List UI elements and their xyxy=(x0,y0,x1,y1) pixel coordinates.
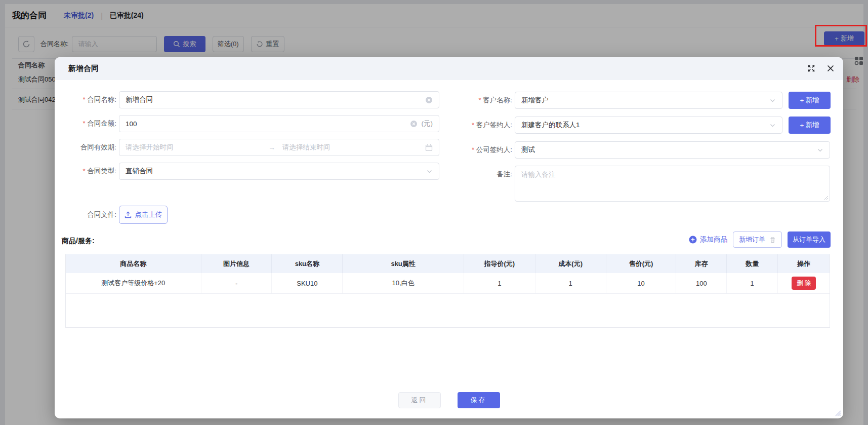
add-contract-dialog: 新增合同 合同名称: 新增合同 合同金额: 100 (元) 合同有效期: 请选择… xyxy=(55,57,843,418)
textarea-resize-handle[interactable] xyxy=(823,195,829,200)
contract-file-label: 合同文件: xyxy=(55,206,116,223)
date-range-separator: → xyxy=(268,144,275,151)
add-customer-button[interactable]: +新增 xyxy=(789,92,831,109)
chevron-down-icon xyxy=(769,97,776,104)
product-row: 测试客户等级价格+20 - SKU10 10,白色 1 1 10 100 1 删… xyxy=(66,273,830,294)
dialog-resize-handle[interactable] xyxy=(834,409,841,416)
save-button[interactable]: 保存 xyxy=(458,392,500,408)
customer-name-select[interactable]: 新增客户 xyxy=(515,92,782,109)
col-header: 商品名称 xyxy=(66,254,201,273)
close-icon[interactable] xyxy=(826,64,835,72)
trash-icon xyxy=(769,237,776,243)
col-header: 操作 xyxy=(778,254,830,273)
dialog-title: 新增合同 xyxy=(68,64,99,73)
contract-amount-input[interactable]: 100 (元) xyxy=(119,115,439,132)
contract-name-input[interactable]: 新增合同 xyxy=(119,91,439,108)
product-guide-price: 1 xyxy=(464,273,535,293)
back-button[interactable]: 返回 xyxy=(398,392,441,408)
customer-name-label: 客户名称: xyxy=(431,92,512,109)
product-stock: 100 xyxy=(676,273,727,293)
new-order-button[interactable]: 新增订单 xyxy=(733,231,782,248)
product-image: - xyxy=(201,273,272,293)
plus-circle-icon xyxy=(689,236,697,244)
product-action: 删除 xyxy=(778,273,830,293)
product-price: 10 xyxy=(606,273,677,293)
contract-name-label: 合同名称: xyxy=(55,91,116,108)
col-header: 指导价(元) xyxy=(464,254,535,273)
col-header: 售价(元) xyxy=(606,254,677,273)
col-header: 成本(元) xyxy=(535,254,606,273)
company-signer-label: 公司签约人: xyxy=(431,141,512,159)
delete-product-button[interactable]: 删除 xyxy=(792,277,816,290)
remark-label: 备注: xyxy=(431,166,512,183)
contract-amount-label: 合同金额: xyxy=(55,115,116,132)
col-header: sku名称 xyxy=(272,254,343,273)
contract-type-label: 合同类型: xyxy=(55,163,116,180)
remark-textarea[interactable]: 请输入备注 xyxy=(515,166,830,202)
import-order-button[interactable]: 从订单导入 xyxy=(788,231,831,248)
contract-period-picker[interactable]: 请选择开始时间 → 请选择结束时间 xyxy=(119,139,439,156)
company-signer-select[interactable]: 测试 xyxy=(515,141,830,159)
products-table-header: 商品名称 图片信息 sku名称 sku属性 指导价(元) 成本(元) 售价(元)… xyxy=(66,254,830,273)
fullscreen-icon[interactable] xyxy=(807,64,815,72)
customer-signer-select[interactable]: 新建客户的联系人1 xyxy=(515,117,782,134)
annotation-highlight xyxy=(815,25,867,47)
upload-button[interactable]: 点击上传 xyxy=(119,206,168,224)
col-header: 数量 xyxy=(727,254,778,273)
upload-icon xyxy=(125,211,132,218)
customer-signer-label: 客户签约人: xyxy=(431,117,512,134)
chevron-down-icon xyxy=(769,122,776,129)
col-header: 图片信息 xyxy=(201,254,272,273)
dialog-header: 新增合同 xyxy=(55,57,843,80)
start-date-input[interactable]: 请选择开始时间 xyxy=(126,143,268,152)
product-sku-attr: 10,白色 xyxy=(343,273,464,293)
clear-icon[interactable] xyxy=(410,120,418,128)
add-product-button[interactable]: 添加商品 xyxy=(689,235,727,244)
contract-type-select[interactable]: 直销合同 xyxy=(119,163,439,180)
product-cost: 1 xyxy=(535,273,606,293)
end-date-input[interactable]: 请选择结束时间 xyxy=(282,143,425,152)
col-header: 库存 xyxy=(676,254,727,273)
add-signer-button[interactable]: +新增 xyxy=(789,117,831,134)
product-qty: 1 xyxy=(727,273,778,293)
col-header: sku属性 xyxy=(343,254,464,273)
products-table: 商品名称 图片信息 sku名称 sku属性 指导价(元) 成本(元) 售价(元)… xyxy=(65,254,830,328)
chevron-down-icon xyxy=(817,147,823,153)
product-name: 测试客户等级价格+20 xyxy=(66,273,201,293)
contract-period-label: 合同有效期: xyxy=(55,139,116,156)
product-sku-name: SKU10 xyxy=(272,273,343,293)
